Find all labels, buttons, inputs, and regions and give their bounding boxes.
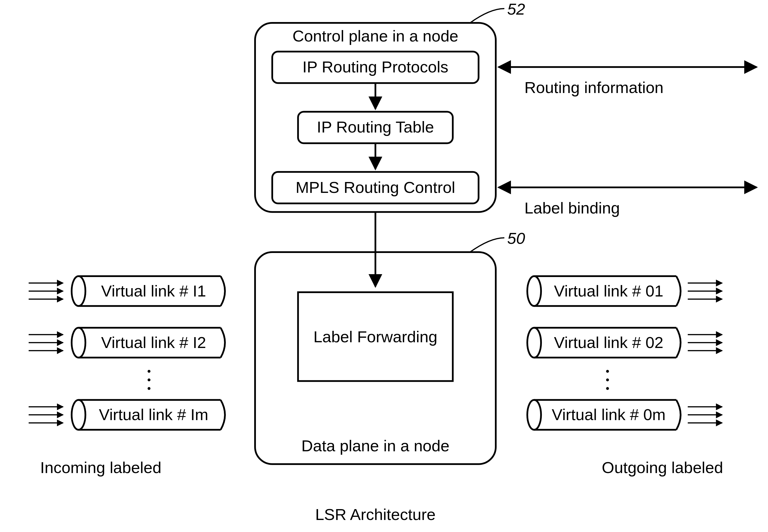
- control-plane-label: Control plane in a node: [293, 27, 459, 45]
- routing-info-label: Routing information: [524, 78, 664, 96]
- svg-point-13: [148, 378, 151, 381]
- incoming-link-m-label: Virtual link # Im: [99, 406, 208, 424]
- outgoing-link-1: Virtual link # 01: [527, 276, 722, 306]
- incoming-ellipsis: [148, 370, 151, 390]
- outgoing-link-2-label: Virtual link # 02: [554, 333, 663, 351]
- svg-point-3: [72, 276, 85, 306]
- diagram-title: LSR Architecture: [315, 505, 436, 523]
- outgoing-link-1-label: Virtual link # 01: [554, 282, 663, 300]
- svg-point-14: [148, 387, 151, 390]
- outgoing-caption: Outgoing labeled: [602, 458, 723, 476]
- incoming-caption: Incoming labeled: [40, 458, 161, 476]
- incoming-link-1-label: Virtual link # I1: [101, 282, 206, 300]
- ref-pointer-52: [470, 9, 504, 23]
- outgoing-link-m: Virtual link # 0m: [527, 400, 722, 430]
- svg-point-21: [527, 276, 541, 306]
- incoming-link-m: Virtual link # Im: [29, 400, 225, 430]
- svg-point-36: [527, 400, 541, 430]
- svg-point-35: [606, 387, 609, 390]
- mpls-routing-control-label: MPLS Routing Control: [296, 178, 455, 196]
- incoming-link-1: Virtual link # I1: [29, 276, 225, 306]
- data-plane-label: Data plane in a node: [301, 437, 449, 455]
- lsr-architecture-diagram: Control plane in a node 52 IP Routing Pr…: [0, 0, 768, 532]
- ref-pointer-50: [470, 238, 504, 252]
- incoming-link-2-label: Virtual link # I2: [101, 333, 206, 351]
- svg-point-18: [72, 400, 85, 430]
- ip-routing-table-label: IP Routing Table: [317, 118, 434, 136]
- svg-point-34: [606, 378, 609, 381]
- svg-point-12: [148, 370, 151, 373]
- svg-point-9: [72, 328, 85, 357]
- label-forwarding-label: Label Forwarding: [313, 328, 437, 346]
- incoming-link-2: Virtual link # I2: [29, 328, 225, 357]
- svg-point-27: [527, 328, 541, 357]
- label-binding-label: Label binding: [524, 199, 620, 217]
- ip-routing-protocols-label: IP Routing Protocols: [303, 58, 449, 76]
- svg-point-33: [606, 370, 609, 373]
- ref-52: 52: [507, 0, 525, 18]
- ref-50: 50: [507, 229, 525, 247]
- outgoing-link-2: Virtual link # 02: [527, 328, 722, 357]
- outgoing-link-m-label: Virtual link # 0m: [552, 406, 666, 424]
- outgoing-ellipsis: [606, 370, 609, 390]
